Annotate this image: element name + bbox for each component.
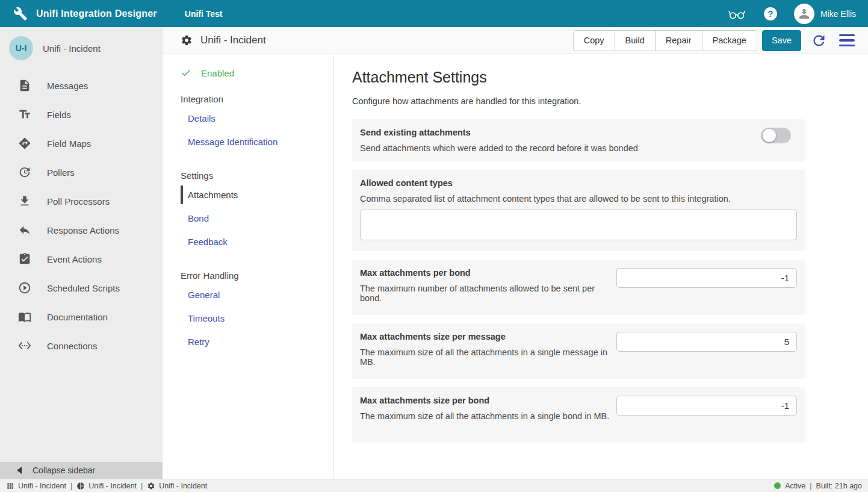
avatar <box>794 4 814 24</box>
toggle-knob <box>763 129 776 142</box>
statusbar-item-label: Unifi - Incident <box>88 482 137 490</box>
package-button[interactable]: Package <box>702 30 757 51</box>
page-title: Attachment Settings <box>352 69 868 86</box>
main-content: Attachment Settings Configure how attach… <box>334 54 868 479</box>
separator: | <box>810 482 811 490</box>
collapse-label: Collapse sidebar <box>33 466 95 475</box>
topbar: Unifi Integration Designer Unifi Test ? … <box>0 0 868 27</box>
sidebar-item-field-maps[interactable]: Field Maps <box>0 129 163 158</box>
sidebar-item-messages[interactable]: Messages <box>0 71 163 100</box>
separator: | <box>141 482 143 490</box>
setting-card-max-attachments-per-bond: Max attachments per bond The maximum num… <box>352 260 805 315</box>
refresh-icon <box>811 33 827 49</box>
code-brackets-icon <box>18 339 31 352</box>
subnav-item-retry[interactable]: Retry <box>181 332 209 351</box>
setting-description: Comma separated list of attachment conte… <box>360 194 797 204</box>
setting-card-send-existing-attachments: Send existing attachments Send attachmen… <box>352 119 805 161</box>
subnav-item-bond[interactable]: Bond <box>181 209 209 228</box>
sidebar-item-pollers[interactable]: Pollers <box>0 158 163 187</box>
send-existing-attachments-toggle[interactable] <box>761 128 791 143</box>
subnav-item-message-identification[interactable]: Message Identification <box>181 132 277 151</box>
sidebar-item-label: Scheduled Scripts <box>47 283 120 293</box>
subnav-section-error-handling: Error Handling General Timeouts Retry <box>181 270 333 351</box>
setting-card-max-attachments-size-per-bond: Max attachments size per bond The maximu… <box>352 387 805 443</box>
settings-subnav: Enabled Integration Details Message Iden… <box>163 54 334 479</box>
build-button[interactable]: Build <box>615 30 656 51</box>
environment-label: Unifi Test <box>185 9 223 19</box>
repair-button[interactable]: Repair <box>655 30 702 51</box>
subnav-item-details[interactable]: Details <box>181 109 215 128</box>
setting-description: The maximum number of attachments allowe… <box>360 284 616 303</box>
statusbar: Unifi - Incident | Unifi - Incident | Un… <box>0 479 868 492</box>
subnav-item-feedback[interactable]: Feedback <box>181 232 228 251</box>
record-title: Unifi - Incident <box>181 34 266 46</box>
download-icon <box>18 195 31 208</box>
check-icon <box>181 67 191 78</box>
user-menu[interactable]: Mike Ellis <box>794 4 856 24</box>
directions-icon <box>18 137 31 150</box>
text-fields-icon <box>18 108 31 121</box>
sidebar-item-response-actions[interactable]: Response Actions <box>0 216 163 244</box>
page-subtitle: Configure how attachments are handled fo… <box>352 96 868 106</box>
wrench-icon <box>13 7 28 21</box>
subnav-item-timeouts[interactable]: Timeouts <box>181 309 225 328</box>
setting-card-max-attachments-size-per-message: Max attachments size per message The max… <box>352 323 805 379</box>
sidebar-item-label: Poll Processors <box>47 196 110 207</box>
gear-icon <box>181 34 193 46</box>
setting-description: Send attachments which were added to the… <box>360 143 638 153</box>
subnav-item-general[interactable]: General <box>181 285 220 304</box>
sidebar-item-label: Event Actions <box>47 254 102 264</box>
hamburger-icon <box>839 34 855 37</box>
copy-button[interactable]: Copy <box>573 30 615 51</box>
enabled-status: Enabled <box>181 67 333 78</box>
sidebar-item-fields[interactable]: Fields <box>0 100 163 129</box>
reply-icon <box>18 223 31 237</box>
collapse-sidebar-button[interactable]: Collapse sidebar <box>0 462 163 479</box>
collapse-arrow-icon <box>17 467 22 474</box>
sidebar-item-label: Connections <box>47 341 97 351</box>
subnav-item-attachments[interactable]: Attachments <box>181 185 238 204</box>
refresh-button[interactable] <box>811 33 827 49</box>
active-status-dot <box>774 482 781 489</box>
user-name: Mike Ellis <box>820 9 856 19</box>
sidebar-header: U-I Unifi - Incident <box>0 27 163 67</box>
record-title-text: Unifi - Incident <box>200 34 266 46</box>
document-icon <box>18 79 31 92</box>
statusbar-item-integration[interactable]: Unifi - Incident <box>76 482 137 490</box>
active-status-label: Active <box>785 482 805 490</box>
sidebar-item-connections[interactable]: Connections <box>0 331 163 360</box>
statusbar-item-label: Unifi - Incident <box>18 482 66 490</box>
sidebar-item-label: Pollers <box>47 167 75 178</box>
sidebar-item-scheduled-scripts[interactable]: Scheduled Scripts <box>0 273 163 302</box>
help-icon[interactable]: ? <box>764 7 777 20</box>
sidebar: U-I Unifi - Incident Messages Fields Fie… <box>0 27 163 479</box>
header-actions: Copy Build Repair Package Save <box>573 30 858 51</box>
clipboard-check-icon <box>18 252 31 266</box>
statusbar-item-record[interactable]: Unifi - Incident <box>147 482 207 490</box>
section-title: Error Handling <box>181 270 333 281</box>
pie-chart-icon <box>76 482 85 490</box>
built-label: Built: 21h ago <box>816 482 862 490</box>
menu-button[interactable] <box>839 34 855 47</box>
sidebar-item-event-actions[interactable]: Event Actions <box>0 244 163 273</box>
setting-label: Max attachments size per bond <box>360 396 609 405</box>
sidebar-app-name: Unifi - Incident <box>43 43 101 54</box>
statusbar-item-label: Unifi - Incident <box>159 482 207 490</box>
max-attachments-per-bond-input[interactable] <box>616 268 797 288</box>
allowed-content-types-input[interactable] <box>360 210 797 240</box>
app-title: Unifi Integration Designer <box>36 8 157 19</box>
gear-icon <box>147 482 155 490</box>
setting-label: Allowed content types <box>360 178 797 188</box>
sidebar-item-documentation[interactable]: Documentation <box>0 302 163 331</box>
subnav-section-integration: Integration Details Message Identificati… <box>181 94 333 151</box>
sidebar-item-poll-processors[interactable]: Poll Processors <box>0 187 163 216</box>
max-attachments-size-per-bond-input[interactable] <box>616 396 797 416</box>
max-attachments-size-per-message-input[interactable] <box>616 332 797 352</box>
glasses-icon[interactable] <box>728 7 746 21</box>
user-avatar-icon <box>797 7 811 21</box>
save-button[interactable]: Save <box>762 30 801 51</box>
enabled-label: Enabled <box>201 68 234 78</box>
section-title: Settings <box>181 170 333 181</box>
statusbar-item-app[interactable]: Unifi - Incident <box>6 482 66 490</box>
setting-label: Max attachments size per message <box>360 332 616 341</box>
